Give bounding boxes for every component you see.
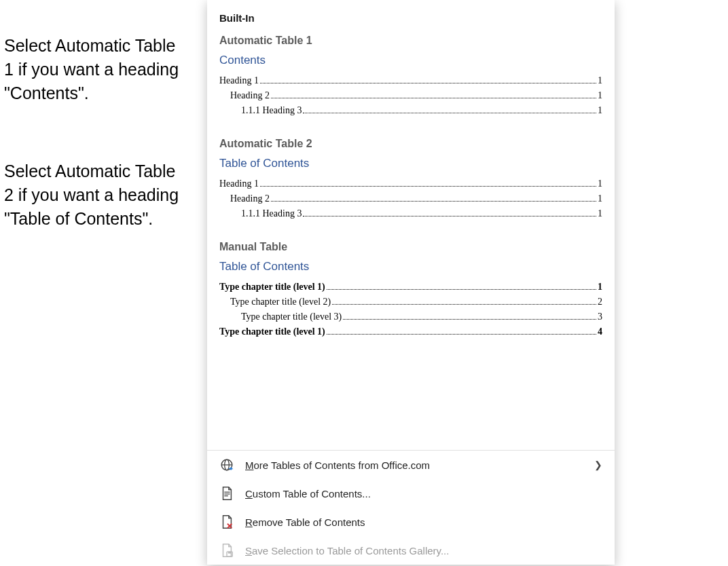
document-save-icon	[219, 543, 234, 558]
leader-dots	[332, 304, 596, 305]
custom-toc-command[interactable]: Custom Table of Contents...	[207, 479, 615, 508]
item-manual-name: Manual Table	[207, 238, 615, 260]
toc-row: Heading 2 1	[219, 86, 602, 101]
toc-row: Type chapter title (level 2) 2	[219, 293, 602, 307]
item-auto2-name: Automatic Table 2	[207, 135, 615, 157]
gallery-item-manual[interactable]: Table of Contents Type chapter title (le…	[219, 260, 602, 337]
annotation-auto2: Select Automatic Table 2 if you want a h…	[4, 159, 187, 231]
toc-row: 1.1.1 Heading 3 1	[219, 204, 602, 219]
annotation-auto1: Select Automatic Table 1 if you want a h…	[4, 34, 187, 105]
auto2-title: Table of Contents	[219, 157, 602, 174]
toc-commands: More Tables of Contents from Office.com …	[207, 450, 615, 565]
toc-row: Type chapter title (level 1) 1	[219, 278, 602, 293]
leader-dots	[260, 83, 596, 83]
leader-dots	[271, 98, 596, 98]
toc-gallery-list: Built-In Automatic Table 1 Contents Head…	[207, 0, 615, 450]
toc-gallery-dropdown: Built-In Automatic Table 1 Contents Head…	[207, 0, 615, 565]
toc-row: Heading 1 1	[219, 71, 602, 86]
leader-dots	[327, 289, 596, 290]
leader-dots	[303, 113, 596, 113]
toc-row: Type chapter title (level 3) 3	[219, 307, 602, 322]
toc-row: Heading 1 1	[219, 174, 602, 189]
leader-dots	[327, 334, 596, 335]
instructional-annotations: Select Automatic Table 1 if you want a h…	[4, 34, 187, 231]
document-icon	[219, 486, 234, 501]
svg-rect-7	[228, 552, 232, 554]
command-label: More Tables of Contents from Office.com	[245, 459, 430, 471]
gallery-item-auto1[interactable]: Contents Heading 1 1 Heading 2 1 1.1.1 H…	[219, 54, 602, 116]
leader-dots	[260, 186, 596, 187]
command-label: Custom Table of Contents...	[245, 488, 371, 499]
toc-row: 1.1.1 Heading 3 1	[219, 101, 602, 116]
remove-toc-command[interactable]: Remove Table of Contents	[207, 508, 615, 536]
toc-row: Type chapter title (level 1) 4	[219, 322, 602, 337]
more-tables-office-command[interactable]: More Tables of Contents from Office.com …	[207, 451, 615, 479]
command-label: Save Selection to Table of Contents Gall…	[245, 545, 449, 556]
leader-dots	[271, 201, 596, 202]
globe-icon	[219, 457, 234, 472]
manual-title: Table of Contents	[219, 260, 602, 278]
command-label: Remove Table of Contents	[245, 516, 365, 528]
chevron-right-icon: ❯	[594, 459, 602, 470]
document-remove-icon	[219, 514, 234, 529]
gallery-item-auto2[interactable]: Table of Contents Heading 1 1 Heading 2 …	[219, 157, 602, 219]
item-auto1-name: Automatic Table 1	[207, 32, 615, 54]
auto1-title: Contents	[219, 54, 602, 71]
save-selection-gallery-command: Save Selection to Table of Contents Gall…	[207, 536, 615, 565]
leader-dots	[303, 216, 596, 216]
category-builtin-label: Built-In	[207, 4, 615, 32]
toc-row: Heading 2 1	[219, 189, 602, 204]
leader-dots	[343, 319, 596, 320]
